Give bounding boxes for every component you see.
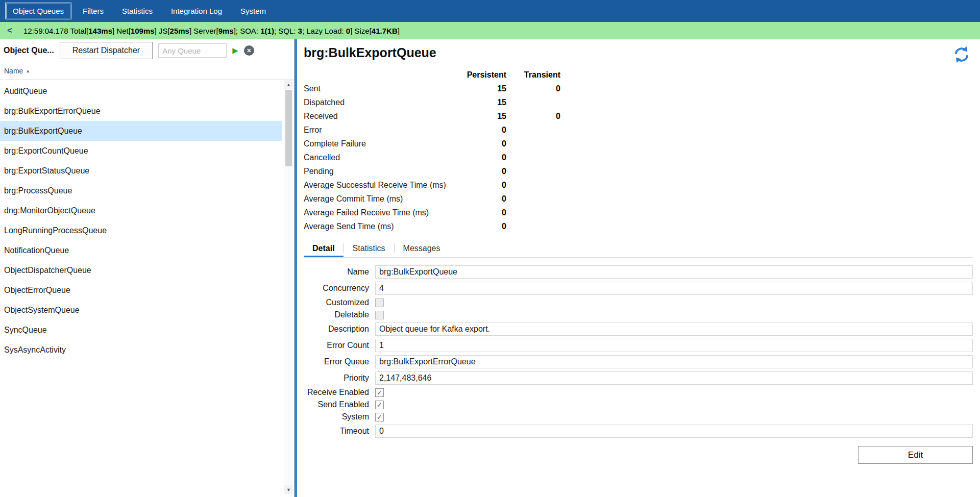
stat-persistent-pending: 0 [457,164,506,178]
stat-persistent-average-commit-time-ms: 0 [457,192,506,206]
form-label-deletable: Deletable [304,310,369,319]
queue-row-dng-monitorobjectqueue[interactable]: dng:MonitorObjectQueue [0,201,282,220]
status-segment: 41.7KB [372,27,398,35]
status-segment: 12:59:04.178 Total[ [23,27,88,35]
stat-transient-average-commit-time-ms [506,192,560,206]
nav-item-statistics[interactable]: Statistics [115,3,160,19]
queue-toolbar: Object Que... Restart Dispatcher ▶ ✕ [0,39,294,62]
top-nav-items: Object QueuesFiltersStatisticsIntegratio… [5,3,273,19]
description-field[interactable] [375,322,973,336]
edit-button[interactable]: Edit [858,446,973,464]
nav-item-filters[interactable]: Filters [76,3,111,19]
queue-filter-input[interactable] [158,43,227,58]
run-filter-icon[interactable]: ▶ [232,46,238,55]
nav-item-integration-log[interactable]: Integration Log [164,3,229,19]
form-label-timeout: Timeout [304,427,369,436]
detail-tabs: DetailStatisticsMessages [304,239,973,258]
stat-transient-received: 0 [506,109,560,123]
form-label-priority: Priority [304,374,369,383]
form-value-description [375,322,973,336]
form-value-error-queue [375,355,973,368]
back-icon[interactable]: < [7,26,12,36]
restart-dispatcher-button[interactable]: Restart Dispatcher [60,42,153,59]
queue-row-brg-exportcountqueue[interactable]: brg:ExportCountQueue [0,141,282,161]
queue-row-brg-processqueue[interactable]: brg:ProcessQueue [0,181,282,201]
priority-field[interactable] [375,371,973,385]
status-segment: ] Size[ [350,27,372,35]
form-label-customized: Customized [304,298,369,307]
system-checkbox[interactable]: ✓ [375,413,384,421]
queue-row-syncqueue[interactable]: SyncQueue [0,320,282,340]
form-label-name: Name [304,267,369,277]
send-enabled-checkbox[interactable]: ✓ [375,401,384,409]
queue-row-brg-bulkexportqueue[interactable]: brg:BulkExportQueue [0,121,282,141]
stat-label-average-failed-receive-time-ms: Average Failed Receive Time (ms) [304,206,457,219]
stat-label-error: Error [304,123,457,137]
list-column-header-name[interactable]: Name ▲ [0,62,294,80]
form-value-deletable [375,311,973,319]
workspace: Object Que... Restart Dispatcher ▶ ✕ Nam… [0,39,980,497]
stat-transient-error [506,123,560,137]
status-segment: ] Net[ [112,27,131,35]
stat-transient-average-send-time-ms [506,219,560,233]
stat-label-sent: Sent [304,82,457,95]
scroll-up-icon[interactable]: ▲ [284,80,293,89]
stat-label-pending: Pending [304,164,457,178]
customized-checkbox[interactable] [375,299,384,307]
error-count-field[interactable] [375,339,973,352]
deletable-checkbox[interactable] [375,311,384,319]
refresh-icon[interactable] [952,45,971,64]
queue-row-brg-bulkexporterrorqueue[interactable]: brg:BulkExportErrorQueue [0,101,282,121]
stat-persistent-error: 0 [457,123,506,137]
nav-item-object-queues[interactable]: Object Queues [5,3,71,19]
queue-row-objectdispatcherqueue[interactable]: ObjectDispatcherQueue [0,260,282,280]
page-title: brg:BulkExportQueue [304,45,973,60]
status-segment: 9ms [218,27,234,35]
queue-list: AuditQueuebrg:BulkExportErrorQueuebrg:Bu… [0,80,294,360]
stat-transient-average-failed-receive-time-ms [506,206,560,219]
stat-transient-pending [506,164,560,178]
timeout-field[interactable] [375,425,973,438]
stat-persistent-dispatched: 15 [457,95,506,109]
queue-detail-panel: brg:BulkExportQueue PersistentTransientS… [297,39,980,497]
queue-row-brg-exportstatusqueue[interactable]: brg:ExportStatusQueue [0,161,282,181]
vertical-scrollbar[interactable]: ▲ ▼ [284,80,293,494]
tab-detail[interactable]: Detail [304,239,344,257]
panel-title: Object Que... [4,46,54,55]
queue-row-objectsystemqueue[interactable]: ObjectSystemQueue [0,300,282,320]
error-queue-field[interactable] [375,355,973,368]
scrollbar-track[interactable] [284,89,293,485]
scrollbar-thumb[interactable] [285,90,292,166]
form-label-error-queue: Error Queue [304,357,369,366]
stat-persistent-cancelled: 0 [457,151,506,164]
receive-enabled-checkbox[interactable]: ✓ [375,388,384,397]
form-label-send-enabled: Send Enabled [304,400,369,409]
status-text: 12:59:04.178 Total[143ms] Net[109ms] JS[… [23,27,400,35]
clear-filter-icon[interactable]: ✕ [244,45,254,56]
queue-row-objecterrorqueue[interactable]: ObjectErrorQueue [0,280,282,300]
status-segment: ]; SOA: [234,27,261,35]
form-value-send-enabled: ✓ [375,401,973,409]
stat-transient-sent: 0 [506,82,560,95]
tab-messages[interactable]: Messages [395,239,449,257]
queue-row-notificationqueue[interactable]: NotificationQueue [0,240,282,260]
queue-row-auditqueue[interactable]: AuditQueue [0,81,282,101]
form-label-system: System [304,412,369,421]
status-segment: ] [398,27,400,35]
queue-row-longrunningprocessqueue[interactable]: LongRunningProcessQueue [0,220,282,240]
stat-transient-dispatched [506,95,560,109]
tab-statistics[interactable]: Statistics [344,239,394,257]
name-field[interactable] [375,265,973,279]
queue-row-sysasyncactivity[interactable]: SysAsyncActivity [0,340,282,360]
form-label-error-count: Error Count [304,341,369,350]
form-value-system: ✓ [375,413,973,421]
stat-label-average-successful-receive-time-ms: Average Successful Receive Time (ms) [304,178,457,192]
status-segment: 0 [346,27,350,35]
status-segment: ] Server[ [189,27,218,35]
status-segment: ; Lazy Load: [302,27,346,35]
status-segment: 3 [298,27,302,35]
form-value-timeout [375,425,973,438]
nav-item-system[interactable]: System [233,3,273,19]
scroll-down-icon[interactable]: ▼ [284,485,293,494]
concurrency-field[interactable] [375,282,973,295]
